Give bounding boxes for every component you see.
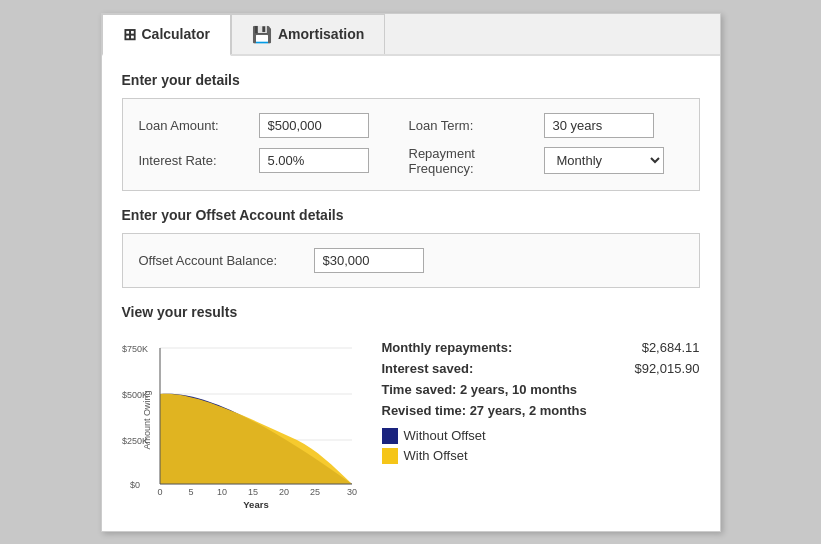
- svg-text:30: 30: [346, 487, 356, 497]
- loan-term-input[interactable]: [544, 113, 654, 138]
- svg-text:$750K: $750K: [122, 344, 148, 354]
- repayment-frequency-label: Repayment Frequency:: [409, 146, 544, 176]
- legend-item-with-offset: With Offset: [382, 448, 700, 464]
- offset-form-box: Offset Account Balance:: [122, 233, 700, 288]
- offset-row: Offset Account Balance:: [139, 248, 683, 273]
- results-info: Monthly repayments: $2,684.11 Interest s…: [382, 330, 700, 468]
- svg-text:Years: Years: [243, 499, 268, 510]
- repayment-frequency-group: Repayment Frequency: Monthly Fortnightly…: [409, 146, 664, 176]
- details-section-title: Enter your details: [122, 72, 700, 88]
- legend-item-without-offset: Without Offset: [382, 428, 700, 444]
- tab-amortisation-label: Amortisation: [278, 26, 364, 42]
- tab-amortisation[interactable]: 💾 Amortisation: [231, 14, 385, 54]
- repayment-frequency-select[interactable]: Monthly Fortnightly Weekly: [544, 147, 664, 174]
- offset-input[interactable]: [314, 248, 424, 273]
- interest-rate-row: Interest Rate: Repayment Frequency: Mont…: [139, 146, 683, 176]
- legend-color-with-offset: [382, 448, 398, 464]
- chart-results-container: $750K $500K $250K $0 Amount Owing: [122, 330, 700, 515]
- svg-text:Amount Owing: Amount Owing: [142, 390, 152, 449]
- tab-bar: ⊞ Calculator 💾 Amortisation: [102, 14, 720, 56]
- calculator-icon: ⊞: [123, 25, 136, 44]
- tab-calculator-label: Calculator: [142, 26, 210, 42]
- svg-text:$0: $0: [130, 480, 140, 490]
- svg-text:15: 15: [247, 487, 257, 497]
- time-saved-text: Time saved: 2 years, 10 months: [382, 382, 700, 397]
- results-title: View your results: [122, 304, 700, 320]
- results-section: View your results $750K $500K $250K $0 A…: [122, 304, 700, 515]
- loan-amount-input[interactable]: [259, 113, 369, 138]
- legend-color-without-offset: [382, 428, 398, 444]
- interest-saved-label: Interest saved:: [382, 361, 474, 376]
- revised-time-text: Revised time: 27 years, 2 months: [382, 403, 700, 418]
- monthly-repayments-value: $2,684.11: [642, 340, 700, 355]
- loan-amount-label: Loan Amount:: [139, 118, 259, 133]
- chart-svg: $750K $500K $250K $0 Amount Owing: [122, 330, 362, 515]
- svg-text:25: 25: [309, 487, 319, 497]
- svg-text:0: 0: [157, 487, 162, 497]
- chart-area: $750K $500K $250K $0 Amount Owing: [122, 330, 362, 515]
- interest-saved-value: $92,015.90: [634, 361, 699, 376]
- monthly-repayments-row: Monthly repayments: $2,684.11: [382, 340, 700, 355]
- monthly-repayments-label: Monthly repayments:: [382, 340, 513, 355]
- amortisation-icon: 💾: [252, 25, 272, 44]
- interest-rate-label: Interest Rate:: [139, 153, 259, 168]
- legend-label-with-offset: With Offset: [404, 448, 468, 463]
- loan-term-group: Loan Term:: [409, 113, 654, 138]
- loan-amount-row: Loan Amount: Loan Term:: [139, 113, 683, 138]
- details-form-box: Loan Amount: Loan Term: Interest Rate: R…: [122, 98, 700, 191]
- legend-label-without-offset: Without Offset: [404, 428, 486, 443]
- svg-text:10: 10: [216, 487, 226, 497]
- main-container: ⊞ Calculator 💾 Amortisation Enter your d…: [101, 13, 721, 532]
- svg-text:5: 5: [188, 487, 193, 497]
- loan-term-label: Loan Term:: [409, 118, 544, 133]
- offset-section-title: Enter your Offset Account details: [122, 207, 700, 223]
- svg-text:20: 20: [278, 487, 288, 497]
- tab-calculator[interactable]: ⊞ Calculator: [102, 14, 231, 56]
- interest-saved-row: Interest saved: $92,015.90: [382, 361, 700, 376]
- interest-rate-input[interactable]: [259, 148, 369, 173]
- content-area: Enter your details Loan Amount: Loan Ter…: [102, 56, 720, 531]
- legend: Without Offset With Offset: [382, 428, 700, 464]
- offset-label: Offset Account Balance:: [139, 253, 314, 268]
